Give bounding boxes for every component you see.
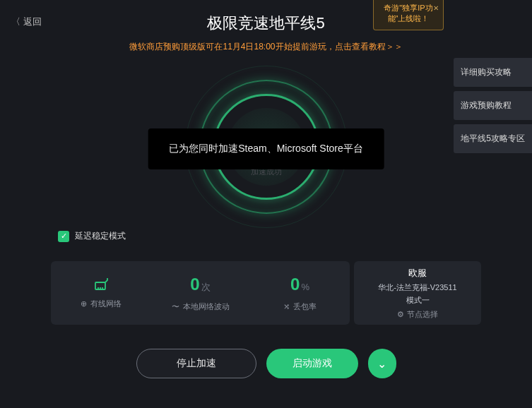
start-dropdown[interactable]: ⌄: [368, 349, 396, 378]
side-tab-purchase-guide[interactable]: 详细购买攻略: [454, 58, 532, 87]
stat-jitter: 0 次 〜 本地网络波动: [150, 261, 250, 325]
stat-packet-loss: 0 % ⤨ 丢包率: [250, 261, 350, 325]
ethernet-icon: [93, 277, 110, 292]
stop-button[interactable]: 停止加速: [136, 349, 256, 378]
stats-panel: ⊕ 有线网络 0 次 〜 本地网络波动 0 % ⤨ 丢包率: [51, 261, 481, 325]
back-button[interactable]: 〈 返回: [11, 16, 42, 28]
subtitle-link[interactable]: 微软商店预购顶级版可在11月4日18:00开始提前游玩，点击查看教程＞＞: [0, 41, 532, 53]
mode-toggle-row: ✓ 延迟稳定模式: [58, 230, 126, 242]
link-icon: ⤨: [283, 302, 290, 311]
server-region: 欧服: [408, 267, 427, 280]
button-row: 停止加速 启动游戏 ⌄: [136, 349, 396, 378]
chevron-left-icon: 〈: [11, 16, 20, 28]
close-icon[interactable]: ✕: [433, 4, 439, 12]
server-mode: 模式一: [406, 295, 430, 306]
node-select[interactable]: ⚙ 节点选择: [397, 309, 438, 320]
pulse-icon: 〜: [172, 301, 179, 312]
globe-icon: ⊕: [81, 299, 87, 308]
chevron-down-icon: ⌄: [377, 357, 386, 371]
side-tab-preorder-tutorial[interactable]: 游戏预购教程: [454, 91, 532, 120]
side-tabs: 详细购买攻略 游戏预购教程 地平线5攻略专区: [454, 58, 532, 153]
promo-text: 奇游"独享IP功能"上线啦！: [384, 4, 432, 23]
header: 极限竞速地平线5 微软商店预购顶级版可在11月4日18:00开始提前游玩，点击查…: [0, 0, 532, 53]
stats-left: ⊕ 有线网络 0 次 〜 本地网络波动 0 % ⤨ 丢包率: [51, 261, 350, 325]
server-panel[interactable]: 欧服 华北-法兰克福-V23511 模式一 ⚙ 节点选择: [354, 261, 481, 325]
start-button[interactable]: 启动游戏: [266, 349, 358, 378]
gear-icon: ⚙: [397, 310, 404, 319]
server-node: 华北-法兰克福-V23511: [378, 282, 456, 293]
back-label: 返回: [23, 16, 42, 28]
toast-message: 已为您同时加速Steam、Microsoft Store平台: [148, 128, 384, 169]
mode-checkbox[interactable]: ✓: [58, 231, 69, 242]
page-title: 极限竞速地平线5: [0, 13, 532, 34]
mode-label: 延迟稳定模式: [75, 230, 126, 242]
promo-banner[interactable]: ✕ 奇游"独享IP功能"上线啦！: [373, 0, 444, 30]
side-tab-strategy-zone[interactable]: 地平线5攻略专区: [454, 124, 532, 153]
stat-network: ⊕ 有线网络: [51, 261, 150, 325]
